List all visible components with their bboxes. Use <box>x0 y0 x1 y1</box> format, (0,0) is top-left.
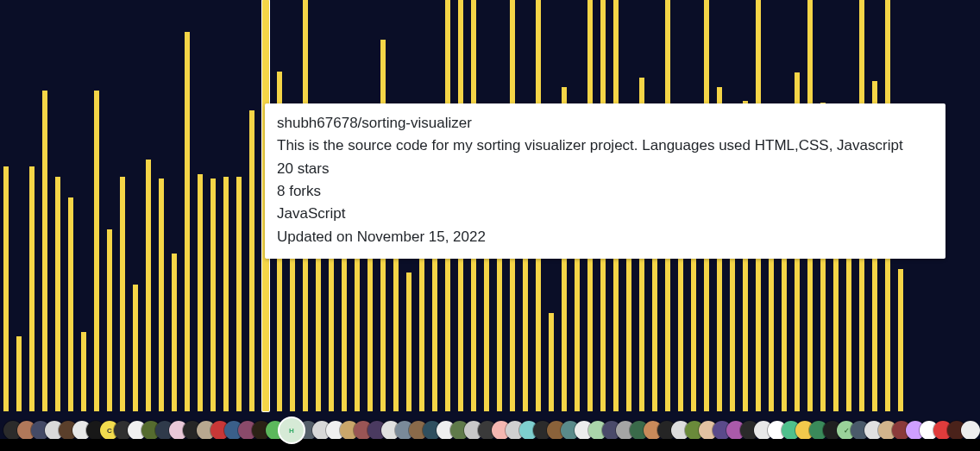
repo-title[interactable]: shubh67678/sorting-visualizer <box>277 112 933 135</box>
chart-bar[interactable] <box>94 91 99 411</box>
chart-bar[interactable] <box>172 254 177 411</box>
chart-bar[interactable] <box>198 174 203 411</box>
repo-description: This is the source code for my sorting v… <box>277 135 933 157</box>
chart-bar[interactable] <box>898 269 903 411</box>
chart-bar[interactable] <box>81 332 86 411</box>
chart-bar[interactable] <box>120 177 125 411</box>
repo-updated: Updated on November 15, 2022 <box>277 226 933 248</box>
chart-bar[interactable] <box>146 160 151 411</box>
chart-bar[interactable] <box>42 91 47 411</box>
chart-bar[interactable] <box>223 177 229 411</box>
chart-bar[interactable] <box>210 179 216 411</box>
chart-bar[interactable] <box>107 229 112 411</box>
avatar-strip[interactable]: CH✓ <box>0 420 980 441</box>
chart-bar[interactable] <box>133 285 138 411</box>
chart-bar[interactable] <box>68 197 73 411</box>
chart-bar[interactable] <box>549 313 554 411</box>
chart-bar[interactable] <box>16 336 22 411</box>
avatar[interactable] <box>961 421 980 440</box>
chart-bar[interactable] <box>29 166 35 411</box>
chart-bar[interactable] <box>159 179 164 411</box>
chart-bar[interactable] <box>249 110 254 411</box>
repo-language: JavaScript <box>277 203 933 225</box>
repo-forks: 8 forks <box>277 180 933 203</box>
avatar[interactable]: H <box>280 418 304 442</box>
chart-bar[interactable] <box>185 32 190 411</box>
bottom-bar <box>0 439 980 451</box>
chart-bar[interactable] <box>55 177 60 411</box>
chart-bar[interactable] <box>236 177 242 411</box>
chart-bar[interactable] <box>432 241 437 411</box>
chart-bar[interactable] <box>406 272 411 411</box>
repo-stars: 20 stars <box>277 158 933 180</box>
chart-bar[interactable] <box>3 166 9 411</box>
repo-tooltip: shubh67678/sorting-visualizer This is th… <box>265 103 945 259</box>
